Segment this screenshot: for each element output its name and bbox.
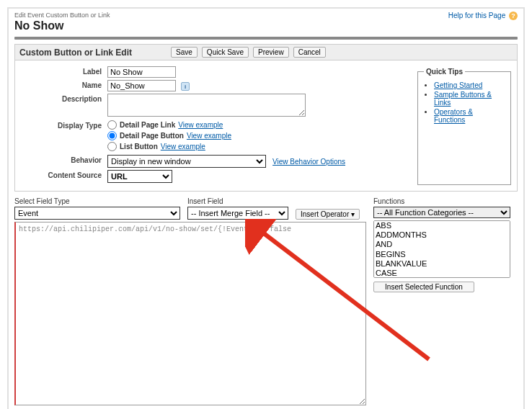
- radio-list-button[interactable]: [107, 142, 117, 151]
- preview-button[interactable]: Preview: [253, 47, 289, 58]
- label-label: Label: [19, 66, 107, 76]
- tip-operators-functions[interactable]: Operators & Functions: [434, 108, 473, 124]
- description-label: Description: [19, 94, 107, 103]
- view-example-link[interactable]: View example: [161, 143, 205, 150]
- formula-editor[interactable]: https://api.chilipiper.com/api/v1/no-sho…: [14, 222, 366, 405]
- page-title: No Show: [14, 19, 110, 32]
- cancel-button[interactable]: Cancel: [293, 47, 326, 58]
- display-type-label: Display Type: [19, 120, 107, 130]
- select-field-type[interactable]: Event: [14, 207, 180, 220]
- tip-getting-started[interactable]: Getting Started: [434, 81, 482, 89]
- section-title: Custom Button or Link Edit: [19, 48, 164, 58]
- functions-label: Functions: [373, 197, 518, 205]
- divider: [14, 37, 518, 40]
- help-link[interactable]: Help for this Page ?: [448, 12, 518, 20]
- radio-label-page-button: Detail Page Button: [120, 132, 184, 140]
- view-behavior-options-link[interactable]: View Behavior Options: [272, 158, 345, 166]
- radio-detail-page-button[interactable]: [107, 131, 117, 140]
- name-input[interactable]: [107, 80, 176, 91]
- function-category-select[interactable]: -- All Function Categories --: [373, 207, 510, 218]
- label-input[interactable]: [107, 66, 176, 78]
- insert-operator-button[interactable]: Insert Operator ▾: [296, 209, 360, 220]
- help-icon: ?: [509, 12, 518, 20]
- radio-label-page-link: Detail Page Link: [120, 121, 175, 129]
- quick-tips-panel: Quick Tips Getting Started Sample Button…: [417, 68, 511, 185]
- behavior-label: Behavior: [19, 155, 107, 164]
- radio-label-list-button: List Button: [120, 143, 158, 150]
- save-button[interactable]: Save: [171, 47, 198, 58]
- content-source-label: Content Source: [19, 170, 107, 179]
- function-list[interactable]: ABS ADDMONTHS AND BEGINS BLANKVALUE CASE: [373, 220, 510, 278]
- radio-detail-page-link[interactable]: [107, 120, 117, 130]
- behavior-select[interactable]: Display in new window: [107, 155, 266, 168]
- help-link-text: Help for this Page: [448, 12, 506, 19]
- name-label: Name: [19, 80, 107, 89]
- insert-field-select[interactable]: -- Insert Merge Field --: [187, 207, 288, 220]
- quick-tips-legend: Quick Tips: [424, 68, 465, 76]
- insert-field-label: Insert Field: [187, 197, 288, 205]
- description-textarea[interactable]: [107, 94, 306, 117]
- view-example-link[interactable]: View example: [187, 132, 231, 140]
- info-icon[interactable]: i: [181, 82, 190, 91]
- tip-sample-buttons[interactable]: Sample Buttons & Links: [434, 91, 492, 107]
- select-field-type-label: Select Field Type: [14, 197, 180, 205]
- breadcrumb: Edit Event Custom Button or Link: [14, 12, 110, 19]
- view-example-link[interactable]: View example: [178, 121, 223, 129]
- insert-selected-function-button[interactable]: Insert Selected Function: [373, 282, 474, 292]
- content-source-select[interactable]: URL: [107, 170, 172, 183]
- quick-save-button[interactable]: Quick Save: [202, 47, 249, 58]
- insert-operator-label: Insert Operator: [301, 210, 349, 218]
